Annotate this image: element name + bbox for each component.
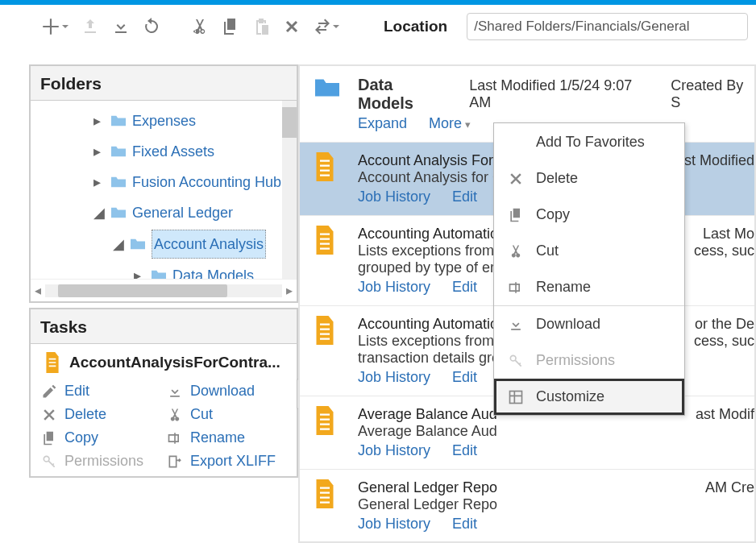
svg-rect-2	[510, 391, 522, 403]
download-button[interactable]	[111, 17, 131, 36]
task-label: Download	[190, 383, 255, 400]
report-icon	[44, 352, 61, 373]
folder-icon	[110, 114, 127, 128]
menu-add-favorites[interactable]: ★ Add To Favorites	[494, 123, 684, 160]
job-history-link[interactable]: Job History	[358, 369, 430, 385]
folder-label[interactable]: General Ledger	[132, 199, 233, 226]
report-icon	[313, 406, 337, 435]
task-permissions: Permissions	[40, 453, 161, 470]
new-button[interactable]	[40, 16, 69, 37]
horizontal-scrollbar[interactable]: ◂▸	[31, 279, 297, 301]
key-icon	[507, 353, 525, 369]
edit-link[interactable]: Edit	[452, 369, 477, 385]
task-export-xliff[interactable]: Export XLIFF	[166, 453, 287, 470]
folder-icon	[313, 76, 342, 100]
copy-button[interactable]	[221, 17, 240, 36]
task-download[interactable]: Download	[166, 383, 287, 400]
task-file-name: AccountAnalysisForContra...	[69, 354, 280, 371]
folder-icon	[129, 237, 147, 251]
menu-download[interactable]: Download	[494, 306, 684, 342]
report-icon	[313, 316, 337, 345]
job-history-link[interactable]: Job History	[358, 189, 430, 205]
upload-button[interactable]	[81, 17, 100, 36]
caret-down-icon[interactable]: ◢	[113, 235, 124, 253]
delete-button[interactable]	[282, 17, 301, 36]
row-meta: AM Cre	[705, 479, 754, 496]
folder-fixed-assets[interactable]: ▸ Fixed Assets	[31, 136, 297, 167]
download-icon	[166, 383, 184, 400]
menu-copy[interactable]: Copy	[494, 197, 684, 233]
vertical-scrollbar[interactable]	[282, 101, 297, 279]
task-label: Permissions	[64, 453, 143, 470]
task-delete[interactable]: Delete	[40, 406, 161, 423]
menu-customize[interactable]: Customize	[494, 379, 684, 415]
menu-delete[interactable]: Delete	[494, 160, 684, 197]
more-link[interactable]: More	[429, 115, 471, 131]
svg-point-0	[44, 456, 49, 462]
row-meta2: cess, suc	[694, 333, 754, 350]
edit-link[interactable]: Edit	[452, 442, 477, 458]
row-desc: Average Balance Aud	[358, 423, 683, 440]
job-history-link[interactable]: Job History	[358, 279, 430, 295]
folder-account-analysis[interactable]: ◢ Account Analysis	[31, 228, 297, 260]
edit-link[interactable]: Edit	[452, 279, 477, 295]
list-row[interactable]: General Ledger Repo General Ledger Repo …	[300, 470, 754, 543]
report-icon	[313, 479, 337, 508]
export-icon	[166, 454, 184, 470]
header-meta2: Created By S	[671, 77, 754, 111]
caret-right-icon[interactable]: ▸	[93, 173, 105, 191]
menu-label: Rename	[536, 279, 591, 296]
folder-fusion-hub[interactable]: ▸ Fusion Accounting Hub	[31, 167, 297, 197]
folders-panel: Folders ▸ Expenses ▸ Fixed Assets ▸	[29, 64, 298, 303]
location-input[interactable]	[467, 13, 748, 40]
cut-button[interactable]	[190, 17, 210, 36]
edit-link[interactable]: Edit	[452, 189, 477, 205]
cut-icon	[166, 407, 184, 423]
copy-icon	[507, 207, 525, 223]
svg-point-1	[510, 355, 516, 361]
rename-icon	[166, 430, 184, 446]
row-desc: General Ledger Repo	[358, 496, 692, 513]
task-cut[interactable]: Cut	[166, 406, 287, 423]
task-edit[interactable]: Edit	[40, 383, 161, 400]
folder-label[interactable]: Account Analysis	[152, 230, 266, 259]
report-icon	[313, 152, 337, 181]
task-label: Copy	[64, 429, 98, 446]
task-copy[interactable]: Copy	[40, 429, 161, 446]
delete-icon	[40, 407, 58, 423]
menu-label: Delete	[536, 170, 578, 187]
content-list: Data Models Last Modified 1/5/24 9:07 AM…	[298, 64, 756, 543]
folder-expenses[interactable]: ▸ Expenses	[31, 106, 297, 136]
folder-general-ledger[interactable]: ◢ General Ledger	[31, 197, 297, 228]
menu-label: Permissions	[536, 352, 615, 369]
main-toolbar: Location	[0, 5, 756, 56]
task-label: Edit	[64, 383, 89, 400]
menu-rename[interactable]: Rename	[494, 269, 684, 305]
job-history-link[interactable]: Job History	[358, 442, 430, 458]
caret-right-icon[interactable]: ▸	[93, 112, 105, 130]
caret-right-icon[interactable]: ▸	[93, 143, 105, 160]
customize-icon	[507, 389, 525, 405]
tasks-panel: Tasks AccountAnalysisForContra... Edit D…	[29, 308, 298, 478]
folder-label[interactable]: Fixed Assets	[132, 138, 214, 165]
row-meta: Last Mo	[694, 226, 754, 242]
swap-button[interactable]	[313, 17, 340, 36]
paste-button[interactable]	[251, 17, 271, 36]
task-label: Cut	[190, 406, 213, 423]
menu-cut[interactable]: Cut	[494, 233, 684, 269]
task-rename[interactable]: Rename	[166, 429, 287, 446]
job-history-link[interactable]: Job History	[358, 516, 430, 532]
row-meta: ast Modif	[696, 406, 754, 423]
row-meta: or the De	[694, 316, 754, 333]
edit-link[interactable]: Edit	[452, 516, 477, 532]
refresh-button[interactable]	[142, 17, 161, 36]
folder-label[interactable]: Expenses	[132, 107, 196, 135]
task-file: AccountAnalysisForContra...	[40, 352, 287, 373]
expand-link[interactable]: Expand	[358, 115, 407, 131]
folder-label[interactable]: Fusion Accounting Hub	[132, 168, 281, 196]
folder-icon	[110, 175, 127, 189]
caret-down-icon[interactable]: ◢	[93, 204, 105, 222]
folder-icon	[110, 205, 127, 220]
tasks-header: Tasks	[31, 309, 297, 343]
pencil-icon	[40, 383, 58, 400]
